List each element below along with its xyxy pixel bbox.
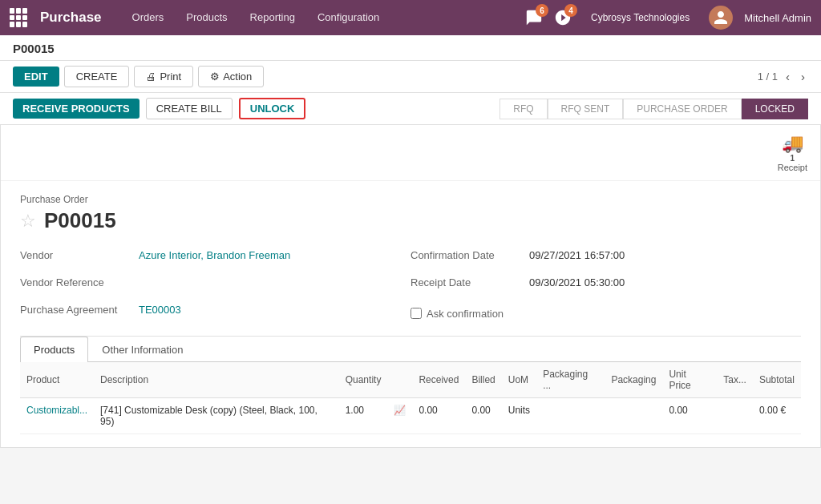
receipt-date-row: Receipt Date 09/30/2021 05:30:00 (410, 276, 801, 296)
step-purchase-order[interactable]: PURCHASE ORDER (623, 99, 741, 119)
vendor-ref-label: Vendor Reference (20, 276, 132, 288)
col-quantity: Quantity (339, 362, 388, 398)
gear-icon: ⚙ (210, 71, 220, 83)
main-content: 🚚 1 Receipt Purchase Order ☆ P00015 Vend… (0, 125, 821, 448)
step-locked[interactable]: LOCKED (742, 99, 808, 119)
user-name[interactable]: Mitchell Admin (744, 12, 811, 24)
tab-products[interactable]: Products (20, 337, 88, 362)
ask-confirmation-checkbox[interactable] (410, 308, 422, 319)
form-right-col: Confirmation Date 09/27/2021 16:57:00 Re… (410, 249, 801, 323)
purchase-agreement-label: Purchase Agreement (20, 304, 132, 316)
receipt-date-value[interactable]: 09/30/2021 05:30:00 (529, 276, 625, 288)
receipt-count: 1 (791, 154, 795, 163)
form-title-row: ☆ P00015 (20, 208, 801, 233)
cell-unit-price[interactable]: 0.00 (662, 398, 717, 434)
vendor-label: Vendor (20, 249, 132, 261)
cell-chart-icon[interactable]: 📈 (387, 398, 412, 434)
cell-uom: Units (502, 398, 536, 434)
col-billed: Billed (465, 362, 501, 398)
form-fields: Vendor Azure Interior, Brandon Freeman V… (20, 249, 801, 323)
form-section: Purchase Order ☆ P00015 Vendor Azure Int… (1, 181, 820, 447)
purchase-agreement-value[interactable]: TE00003 (139, 304, 181, 316)
cell-subtotal: 0.00 € (753, 398, 801, 434)
brand-label[interactable]: Purchase (40, 10, 102, 26)
po-title: P00015 (44, 208, 116, 233)
receipt-bar: 🚚 1 Receipt (1, 125, 820, 181)
col-packaging-qty: Packaging ... (536, 362, 605, 398)
receipt-label: Receipt (778, 163, 807, 172)
table-row: Customizabl... [741] Customizable Desk (… (20, 398, 801, 434)
ask-confirmation-label: Ask confirmation (427, 308, 539, 320)
step-rfq[interactable]: RFQ (499, 99, 547, 119)
cell-product[interactable]: Customizabl... (20, 398, 94, 434)
print-label: Print (160, 71, 181, 83)
step-rfq-sent[interactable]: RFQ SENT (548, 99, 624, 119)
action-toolbar: EDIT CREATE 🖨 Print ⚙ Action 1 / 1 ‹ › (0, 61, 821, 93)
nav-products[interactable]: Products (178, 0, 235, 35)
favorite-star-icon[interactable]: ☆ (20, 211, 36, 232)
col-chart (387, 362, 412, 398)
chart-icon: 📈 (394, 405, 406, 416)
next-record-arrow[interactable]: › (798, 68, 808, 85)
page-counter: 1 / 1 (758, 71, 778, 83)
cell-packaging-qty (536, 398, 605, 434)
breadcrumb-bar: P00015 (0, 35, 821, 61)
top-navigation: Purchase Orders Products Reporting Confi… (0, 0, 821, 35)
activity-badge: 4 (564, 4, 577, 17)
col-received: Received (412, 362, 465, 398)
confirmation-date-label: Confirmation Date (410, 249, 523, 261)
cell-quantity[interactable]: 1.00 (339, 398, 388, 434)
cell-packaging (605, 398, 662, 434)
tabs-bar: Products Other Information Product Descr… (20, 336, 801, 434)
col-unit-price: Unit Price (662, 362, 717, 398)
ask-confirmation-row: Ask confirmation (410, 304, 801, 323)
tab-list: Products Other Information (20, 337, 801, 362)
receipt-date-label: Receipt Date (410, 276, 523, 288)
confirmation-date-row: Confirmation Date 09/27/2021 16:57:00 (410, 249, 801, 268)
nav-reporting[interactable]: Reporting (242, 0, 303, 35)
activity-icon[interactable]: 4 (554, 9, 572, 26)
cell-billed: 0.00 (465, 398, 501, 434)
cell-tax (717, 398, 753, 434)
company-name: Cybrosys Technologies (591, 12, 690, 23)
breadcrumb-title: P00015 (13, 42, 808, 60)
app-grid-icon[interactable] (10, 8, 29, 27)
print-icon: 🖨 (146, 71, 156, 83)
receipt-badge[interactable]: 🚚 1 Receipt (778, 133, 807, 172)
create-button[interactable]: CREATE (64, 66, 130, 87)
user-avatar[interactable] (709, 6, 733, 30)
col-tax: Tax... (717, 362, 753, 398)
receive-products-button[interactable]: RECEIVE PRODUCTS (13, 99, 140, 119)
col-packaging: Packaging (605, 362, 662, 398)
truck-icon: 🚚 (782, 133, 803, 154)
create-bill-button[interactable]: CREATE BILL (146, 98, 233, 119)
vendor-ref-row: Vendor Reference (20, 276, 410, 296)
unlock-button[interactable]: UNLOCK (239, 98, 306, 119)
products-table: Product Description Quantity Received Bi… (20, 362, 801, 434)
edit-button[interactable]: EDIT (13, 67, 59, 87)
col-description: Description (94, 362, 339, 398)
prev-record-arrow[interactable]: ‹ (783, 68, 793, 85)
print-button[interactable]: 🖨 Print (134, 66, 193, 87)
col-uom: UoM (502, 362, 536, 398)
tab-other-information[interactable]: Other Information (88, 337, 196, 362)
nav-orders[interactable]: Orders (124, 0, 172, 35)
section-label: Purchase Order (20, 194, 801, 205)
col-product: Product (20, 362, 94, 398)
action-label: Action (223, 71, 252, 83)
form-left-col: Vendor Azure Interior, Brandon Freeman V… (20, 249, 410, 323)
nav-configuration[interactable]: Configuration (309, 0, 387, 35)
cell-description: [741] Customizable Desk (copy) (Steel, B… (94, 398, 339, 434)
messages-icon[interactable]: 6 (525, 9, 543, 26)
col-subtotal: Subtotal (753, 362, 801, 398)
vendor-value[interactable]: Azure Interior, Brandon Freeman (139, 249, 290, 261)
purchase-agreement-row: Purchase Agreement TE00003 (20, 304, 410, 323)
vendor-row: Vendor Azure Interior, Brandon Freeman (20, 249, 410, 268)
action-button[interactable]: ⚙ Action (198, 66, 264, 87)
messages-badge: 6 (536, 4, 548, 17)
confirmation-date-value[interactable]: 09/27/2021 16:57:00 (529, 249, 625, 261)
status-steps: RFQ RFQ SENT PURCHASE ORDER LOCKED (499, 99, 808, 119)
cell-received: 0.00 (412, 398, 465, 434)
status-bar: RECEIVE PRODUCTS CREATE BILL UNLOCK RFQ … (0, 93, 821, 125)
